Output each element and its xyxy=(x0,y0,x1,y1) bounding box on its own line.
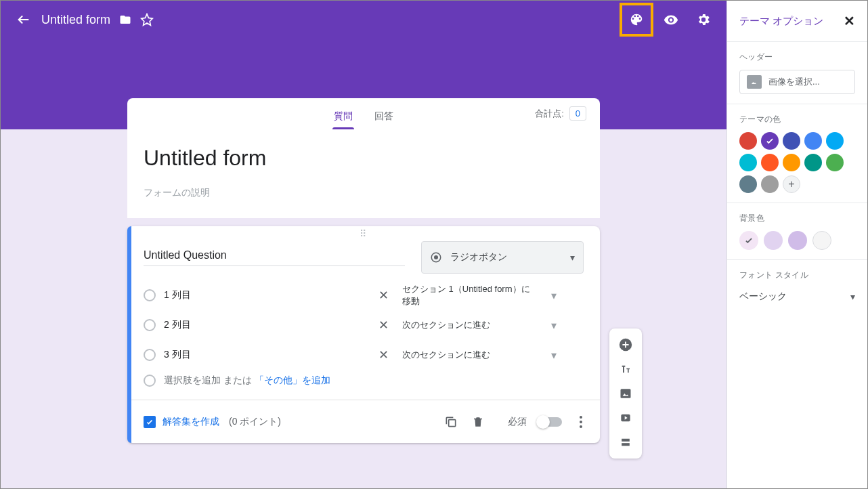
color-swatch[interactable] xyxy=(761,154,779,171)
color-swatch[interactable] xyxy=(783,132,800,150)
duplicate-button[interactable] xyxy=(443,414,459,430)
image-icon xyxy=(747,75,762,89)
remove-option-button[interactable]: ✕ xyxy=(375,288,391,303)
color-swatch[interactable] xyxy=(826,132,844,150)
drag-handle-icon[interactable]: ⠿ xyxy=(127,226,600,241)
question-type-select[interactable]: ラジオボタン ▾ xyxy=(421,241,584,274)
settings-button[interactable] xyxy=(689,5,718,35)
add-color-button[interactable]: + xyxy=(783,175,800,193)
color-swatch[interactable] xyxy=(761,175,779,193)
score-value[interactable]: 0 xyxy=(569,106,586,121)
section-destination[interactable]: 次のセクションに進む xyxy=(402,349,538,361)
folder-icon[interactable] xyxy=(118,14,132,26)
score-label: 合計点: xyxy=(535,108,564,120)
svg-point-5 xyxy=(580,425,582,428)
option-label[interactable]: 1 列目 xyxy=(164,289,367,301)
panel-title: テーマ オプション xyxy=(739,15,823,28)
form-header-card: 質問 回答 合計点: 0 Untitled form フォームの説明 xyxy=(127,98,600,218)
font-value: ベーシック xyxy=(739,291,787,303)
chevron-down-icon[interactable]: ▾ xyxy=(546,319,562,332)
svg-rect-7 xyxy=(621,389,631,398)
section-destination[interactable]: セクション 1（Untitled form）に移動 xyxy=(402,283,538,307)
font-style-label: フォント スタイル xyxy=(739,270,855,281)
svg-rect-9 xyxy=(622,439,630,442)
answer-key-button[interactable]: 解答集を作成 (0 ポイント) xyxy=(144,416,281,428)
add-option-link[interactable]: 選択肢を追加 xyxy=(164,375,221,385)
add-video-button[interactable] xyxy=(613,406,638,430)
theme-panel: テーマ オプション ✕ ヘッダー 画像を選択... テーマの色 + 背景色 フォ… xyxy=(726,1,867,488)
theme-button-highlight xyxy=(620,3,653,37)
add-title-button[interactable] xyxy=(613,357,638,381)
checkbox-icon xyxy=(144,416,156,428)
color-swatch[interactable] xyxy=(739,132,757,150)
remove-option-button[interactable]: ✕ xyxy=(375,347,391,362)
total-score: 合計点: 0 xyxy=(535,106,586,121)
svg-point-4 xyxy=(580,421,582,423)
or-text: または xyxy=(223,375,252,385)
back-button[interactable] xyxy=(9,5,39,35)
form-description[interactable]: フォームの説明 xyxy=(144,187,584,199)
bg-swatch[interactable] xyxy=(764,231,783,250)
chevron-down-icon: ▾ xyxy=(570,252,575,263)
chevron-down-icon[interactable]: ▾ xyxy=(546,349,562,362)
chevron-down-icon[interactable]: ▾ xyxy=(546,289,562,302)
radio-placeholder-icon xyxy=(144,375,156,387)
radio-icon xyxy=(144,349,156,361)
theme-color-label: テーマの色 xyxy=(739,114,855,125)
theme-button[interactable] xyxy=(622,5,651,35)
add-question-button[interactable] xyxy=(613,333,638,357)
svg-rect-10 xyxy=(622,443,630,446)
option-row: 2 列目✕次のセクションに進む▾ xyxy=(144,310,589,340)
bg-swatch[interactable] xyxy=(788,231,807,250)
color-swatch[interactable] xyxy=(804,154,822,171)
required-label: 必須 xyxy=(508,416,527,428)
option-row: 1 列目✕セクション 1（Untitled form）に移動▾ xyxy=(144,280,589,310)
floating-toolbar xyxy=(609,328,642,459)
document-title[interactable]: Untitled form xyxy=(41,13,110,27)
option-label[interactable]: 2 列目 xyxy=(164,319,367,331)
main-area: Untitled form xyxy=(1,1,726,488)
answer-key-points: (0 ポイント) xyxy=(229,416,281,428)
radio-icon xyxy=(430,251,442,263)
select-image-button[interactable]: 画像を選択... xyxy=(739,70,855,94)
option-row: 3 列目✕次のセクションに進む▾ xyxy=(144,340,589,370)
remove-option-button[interactable]: ✕ xyxy=(375,318,391,333)
add-section-button[interactable] xyxy=(613,430,638,454)
radio-icon xyxy=(144,319,156,331)
color-swatch[interactable] xyxy=(804,132,822,150)
option-label[interactable]: 3 列目 xyxy=(164,349,367,361)
delete-button[interactable] xyxy=(470,414,486,430)
select-image-label: 画像を選択... xyxy=(768,76,820,88)
svg-rect-2 xyxy=(449,419,456,426)
radio-icon xyxy=(144,289,156,301)
svg-point-3 xyxy=(580,416,582,419)
required-toggle[interactable] xyxy=(538,417,562,427)
header-section-label: ヘッダー xyxy=(739,51,855,63)
add-other-link[interactable]: 「その他」を追加 xyxy=(255,375,330,385)
tab-responses[interactable]: 回答 xyxy=(364,110,404,129)
add-image-button[interactable] xyxy=(613,381,638,406)
svg-point-1 xyxy=(434,255,438,259)
close-icon[interactable]: ✕ xyxy=(844,13,855,29)
form-card-container: 質問 回答 合計点: 0 Untitled form フォームの説明 ⠿ xyxy=(127,98,600,443)
font-style-select[interactable]: ベーシック ▾ xyxy=(739,288,855,305)
question-title-input[interactable] xyxy=(144,249,405,266)
bg-color-label: 背景色 xyxy=(739,213,855,224)
preview-button[interactable] xyxy=(656,5,686,35)
bg-swatch[interactable] xyxy=(739,231,758,250)
color-swatch[interactable] xyxy=(761,132,779,150)
section-destination[interactable]: 次のセクションに進む xyxy=(402,319,538,331)
question-type-label: ラジオボタン xyxy=(450,251,507,263)
color-swatch[interactable] xyxy=(826,154,844,171)
color-swatch[interactable] xyxy=(783,154,800,171)
bg-swatch[interactable] xyxy=(812,231,831,250)
form-title[interactable]: Untitled form xyxy=(144,146,584,171)
star-icon[interactable] xyxy=(140,13,154,26)
question-card: ⠿ ラジオボタン ▾ 1 列目✕セクション 1（Untitled form）に移… xyxy=(127,226,600,443)
more-button[interactable] xyxy=(573,414,589,430)
color-swatch[interactable] xyxy=(739,154,757,171)
color-swatch[interactable] xyxy=(739,175,757,193)
answer-key-label: 解答集を作成 xyxy=(162,416,219,428)
tab-questions[interactable]: 質問 xyxy=(323,110,364,129)
chevron-down-icon: ▾ xyxy=(850,291,855,302)
